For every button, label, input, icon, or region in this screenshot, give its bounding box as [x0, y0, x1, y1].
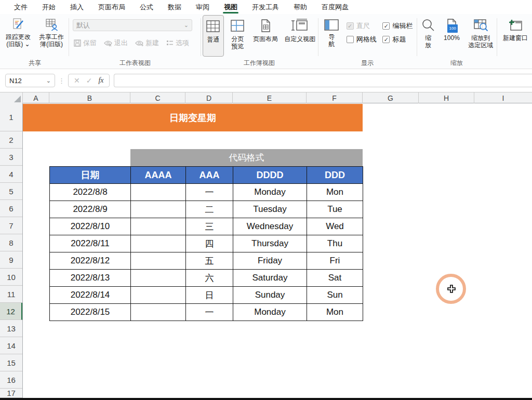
tab-file[interactable]: 文件 — [7, 0, 34, 14]
row-header-2[interactable]: 2 — [0, 131, 22, 149]
column-header-b[interactable]: B — [49, 92, 130, 104]
formula-input[interactable] — [114, 74, 532, 87]
row-header-10[interactable]: 10 — [0, 269, 22, 286]
navigation-button[interactable]: 导 航 — [322, 15, 341, 48]
cell[interactable] — [131, 201, 186, 218]
column-header-c[interactable]: C — [130, 92, 185, 104]
row-header-4[interactable]: 4 — [0, 166, 22, 183]
column-header-i[interactable]: I — [474, 92, 532, 104]
cell[interactable]: 2022/8/9 — [50, 201, 131, 218]
sheet-view-combo[interactable]: 默认 ⌄ — [73, 19, 192, 31]
cell[interactable]: 2022/8/14 — [50, 287, 131, 304]
tab-home[interactable]: 开始 — [35, 0, 62, 14]
cell[interactable]: 2022/8/12 — [50, 252, 131, 270]
enter-icon[interactable]: ✓ — [86, 76, 92, 85]
cell[interactable]: 2022/8/11 — [50, 235, 131, 252]
row-header-16[interactable]: 16 — [0, 371, 22, 389]
tab-help[interactable]: 帮助 — [287, 0, 314, 14]
custom-views-button[interactable]: 自定义视图 — [283, 15, 317, 43]
header-cell-date[interactable]: 日期 — [50, 167, 131, 184]
cell[interactable]: 一 — [186, 184, 233, 201]
new-view-button[interactable]: 新建 — [135, 38, 159, 48]
cell[interactable]: 四 — [186, 235, 233, 252]
row-header-14[interactable]: 14 — [0, 337, 22, 354]
formula-bar-checkbox[interactable]: 编辑栏 — [382, 19, 416, 33]
column-header-a[interactable]: A — [23, 92, 49, 104]
cell[interactable] — [131, 252, 186, 270]
keep-view-button[interactable]: 保留 — [74, 38, 97, 48]
cell[interactable]: 六 — [186, 270, 233, 287]
column-header-f[interactable]: F — [307, 92, 363, 104]
tab-formulas[interactable]: 公式 — [133, 0, 160, 14]
row-header-8[interactable]: 8 — [0, 234, 22, 251]
cell[interactable]: 2022/8/15 — [50, 304, 131, 321]
row-header-5[interactable]: 5 — [0, 183, 22, 200]
row-header-6[interactable]: 6 — [0, 200, 22, 217]
tab-page-layout[interactable]: 页面布局 — [91, 0, 132, 14]
cell[interactable]: 2022/8/13 — [50, 270, 131, 287]
row-header-9[interactable]: 9 — [0, 251, 22, 269]
row-header-1[interactable]: 1 — [0, 103, 22, 131]
zoom-button[interactable]: 缩 放 — [419, 15, 437, 49]
cell[interactable]: Tuesday — [233, 201, 307, 218]
header-cell-ddd[interactable]: DDD — [307, 167, 363, 184]
cell[interactable]: Friday — [233, 252, 307, 270]
cell[interactable]: Thu — [307, 235, 363, 252]
cell[interactable]: Tue — [307, 201, 363, 218]
column-header-e[interactable]: E — [233, 92, 307, 104]
cell[interactable] — [131, 218, 186, 235]
page-break-preview-button[interactable]: 分页 预览 — [227, 15, 248, 50]
cell[interactable]: 五 — [186, 252, 233, 270]
cell[interactable] — [131, 304, 186, 321]
cancel-icon[interactable]: ✕ — [74, 76, 80, 85]
page-layout-view-button[interactable]: 页面布局 — [251, 15, 280, 43]
zoom-100-button[interactable]: 100 100% — [441, 15, 462, 42]
share-workbook-button[interactable]: 共享工作 簿(旧版) — [36, 14, 67, 48]
column-header-d[interactable]: D — [185, 92, 233, 104]
normal-view-button[interactable]: 普通 — [203, 15, 224, 57]
cell[interactable]: 一 — [186, 304, 233, 321]
row-header-17[interactable]: 17 — [0, 389, 22, 398]
row-header-12[interactable]: 12 — [0, 303, 22, 320]
name-box[interactable]: N12 ⌄ — [5, 74, 55, 87]
title-banner-cell[interactable]: 日期变星期 — [23, 104, 363, 131]
cell[interactable]: Mon — [307, 304, 363, 321]
insert-function-icon[interactable]: fx — [98, 76, 103, 85]
row-header-3[interactable]: 3 — [0, 149, 22, 166]
code-format-banner-cell[interactable]: 代码格式 — [130, 149, 363, 166]
cell[interactable]: Thursday — [233, 235, 307, 252]
cell[interactable]: Mon — [307, 184, 363, 201]
cell[interactable] — [131, 184, 186, 201]
column-header-g[interactable]: G — [363, 92, 419, 104]
row-header-7[interactable]: 7 — [0, 217, 22, 234]
cell[interactable]: Sunday — [233, 287, 307, 304]
tab-data[interactable]: 数据 — [161, 0, 188, 14]
header-cell-aaa[interactable]: AAA — [186, 167, 233, 184]
select-all-button[interactable] — [0, 92, 23, 104]
gridlines-checkbox[interactable]: 网格线 — [347, 33, 378, 46]
row-header-11[interactable]: 11 — [0, 286, 22, 303]
cell[interactable] — [131, 287, 186, 304]
headings-checkbox[interactable]: 标题 — [382, 33, 416, 46]
track-changes-button[interactable]: 跟踪更改 (旧版) ⌄ — [3, 14, 34, 48]
ruler-checkbox[interactable]: 直尺 — [347, 19, 378, 33]
cell[interactable]: Monday — [233, 304, 307, 321]
cell[interactable]: 2022/8/10 — [50, 218, 131, 235]
tab-view[interactable]: 视图 — [217, 0, 244, 14]
cell[interactable] — [131, 270, 186, 287]
tab-insert[interactable]: 插入 — [63, 0, 90, 14]
cell[interactable]: Sun — [307, 287, 363, 304]
tab-developer[interactable]: 开发工具 — [245, 0, 286, 14]
zoom-to-selection-button[interactable]: 缩放到 选定区域 — [466, 15, 496, 49]
cell[interactable]: 二 — [186, 201, 233, 218]
cell[interactable]: Fri — [307, 252, 363, 270]
cell[interactable]: 三 — [186, 218, 233, 235]
cell[interactable]: 2022/8/8 — [50, 184, 131, 201]
cell[interactable]: Monday — [233, 184, 307, 201]
header-cell-aaaa[interactable]: AAAA — [131, 167, 186, 184]
sheet-content[interactable]: 日期变星期 代码格式 日期 AAAA AAA DDDD DDD 2022/8/8… — [23, 103, 532, 398]
cell[interactable]: Wed — [307, 218, 363, 235]
cell[interactable]: 日 — [186, 287, 233, 304]
column-header-h[interactable]: H — [419, 92, 474, 104]
cell[interactable] — [131, 235, 186, 252]
